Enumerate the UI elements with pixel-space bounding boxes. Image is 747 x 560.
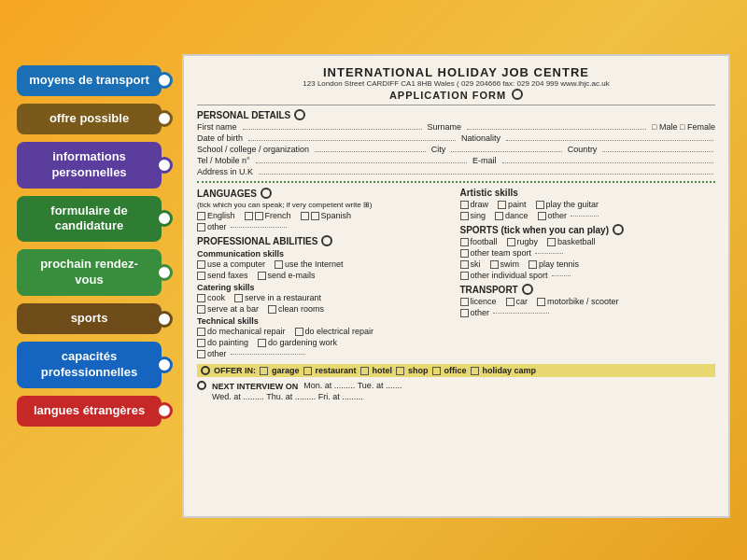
cb-computer[interactable]	[197, 260, 205, 269]
office-label: office	[444, 366, 467, 375]
cb-emails[interactable]	[258, 272, 266, 280]
skill-dance: dance	[495, 211, 529, 220]
bar-label: serve at a bar	[207, 304, 259, 314]
cb-lang-other[interactable]	[197, 223, 205, 231]
team-label: other team sport	[471, 248, 532, 258]
cb-electrical[interactable]	[295, 328, 303, 336]
sport-rugby: rugby	[507, 237, 539, 246]
comm-checkboxes2: send faxes send e-mails	[197, 271, 453, 280]
sidebar-item-label: capacités professionnelles	[41, 349, 137, 379]
artistic-row2: sing dance other	[460, 211, 716, 220]
cb-french[interactable]	[245, 212, 253, 220]
sidebar-item-prochain[interactable]: prochain rendez-vous	[17, 249, 162, 296]
cb-motorbike[interactable]	[537, 298, 545, 306]
cb-tech-other[interactable]	[197, 350, 205, 358]
offer-bar: OFFER IN: garage restaurant hotel shop o…	[197, 364, 715, 377]
sports-circle	[613, 224, 624, 235]
cb-mechanical[interactable]	[197, 328, 205, 336]
cb-english[interactable]	[197, 212, 205, 220]
sidebar-item-infos[interactable]: informations personnelles	[17, 142, 162, 189]
cb-trans-other[interactable]	[460, 309, 469, 317]
cb-licence[interactable]	[460, 298, 469, 306]
lang-other: other	[197, 222, 289, 231]
cb-holiday-camp[interactable]	[471, 367, 479, 375]
skill-internet: use the Internet	[275, 259, 344, 269]
row-school: School / college / organization City Cou…	[197, 145, 715, 154]
cb-cook[interactable]	[197, 294, 205, 302]
school-dots	[315, 151, 426, 152]
cb-french2[interactable]	[255, 212, 263, 220]
cb-internet[interactable]	[275, 260, 283, 269]
subtitle-circle	[512, 89, 523, 100]
cb-restaurant[interactable]	[234, 294, 243, 302]
languages-checkboxes: English French Spanish	[197, 211, 453, 220]
swim-label: swim	[500, 259, 520, 269]
cb-swim[interactable]	[490, 260, 499, 269]
sidebar-item-capacites[interactable]: capacités professionnelles	[17, 342, 162, 388]
sport-team: other team sport	[460, 248, 566, 258]
personal-circle	[294, 109, 305, 120]
lang-other-dots	[231, 227, 287, 228]
cb-faxes[interactable]	[197, 272, 205, 280]
cb-draw[interactable]	[460, 201, 469, 209]
cb-rest-offer[interactable]	[303, 367, 312, 375]
lang-french: French	[245, 211, 291, 220]
cb-gardening[interactable]	[258, 339, 266, 347]
english-label: English	[207, 211, 235, 220]
sidebar-item-formulaire[interactable]: formulaire de candidature	[17, 196, 162, 243]
sidebar-item-label: langues étrangères	[34, 403, 145, 417]
hotel-label: hotel	[373, 366, 393, 375]
technical-skills-label: Technical skills	[197, 316, 453, 326]
skill-sing: sing	[460, 211, 486, 220]
cb-ski[interactable]	[460, 260, 469, 269]
tennis-label: play tennis	[539, 259, 579, 269]
sidebar-item-transport[interactable]: moyens de transport	[17, 65, 162, 96]
cb-guitar[interactable]	[536, 201, 544, 209]
skill-emails: send e-mails	[258, 271, 316, 280]
trans-other-label: other	[471, 308, 490, 317]
cb-tennis[interactable]	[529, 260, 537, 269]
cb-office[interactable]	[432, 367, 441, 375]
cb-sing[interactable]	[460, 212, 469, 220]
individual-label: other individual sport	[471, 271, 548, 280]
licence-label: licence	[471, 297, 497, 306]
catering-skills-label: Catering skills	[197, 283, 453, 292]
cook-label: cook	[207, 293, 225, 302]
cb-rugby[interactable]	[507, 238, 515, 246]
sidebar-item-label: formulaire de candidature	[50, 203, 127, 233]
cb-paint[interactable]	[498, 201, 506, 209]
gender-label: □ Male □ Female	[652, 122, 715, 132]
next-interview-value: Mon. at ......... Tue. at .......	[303, 381, 402, 390]
cb-spanish[interactable]	[301, 212, 309, 220]
holiday-camp-label: holiday camp	[483, 366, 537, 375]
cb-garage[interactable]	[260, 367, 268, 375]
skill-electrical: do electrical repair	[295, 327, 374, 336]
cb-dance[interactable]	[495, 212, 503, 220]
cb-rooms[interactable]	[268, 305, 276, 314]
cb-basketball[interactable]	[547, 238, 556, 246]
cb-individual[interactable]	[460, 272, 469, 280]
cb-spanish2[interactable]	[311, 212, 319, 220]
row-firstname: First name Surname □ Male □ Female	[197, 122, 715, 132]
sport-swim: swim	[490, 259, 520, 269]
sidebar-item-langues[interactable]: langues étrangères	[17, 396, 162, 427]
cb-shop[interactable]	[396, 367, 404, 375]
transport-label: TRANSPORT	[460, 285, 518, 295]
cb-bar[interactable]	[197, 305, 205, 314]
sport-individual: other individual sport	[460, 271, 572, 280]
sidebar-item-offre[interactable]: offre possible	[17, 104, 162, 134]
cb-hotel[interactable]	[360, 367, 369, 375]
sport-football: football	[460, 237, 498, 246]
cb-car[interactable]	[506, 298, 514, 306]
cb-team[interactable]	[460, 249, 469, 258]
offer-label: OFFER IN:	[214, 366, 256, 375]
skill-faxes: send faxes	[197, 271, 248, 280]
cb-football[interactable]	[460, 238, 469, 246]
cb-painting[interactable]	[197, 339, 205, 347]
tech-checkboxes: do mechanical repair do electrical repai…	[197, 327, 453, 336]
sidebar-item-sports[interactable]: sports	[17, 303, 162, 334]
tech-other-item: other	[197, 349, 307, 358]
cb-art-other[interactable]	[538, 212, 546, 220]
prof-abilities-section: PROFESSIONAL ABILITIES	[197, 235, 453, 246]
sidebar-item-label: moyens de transport	[29, 73, 149, 87]
